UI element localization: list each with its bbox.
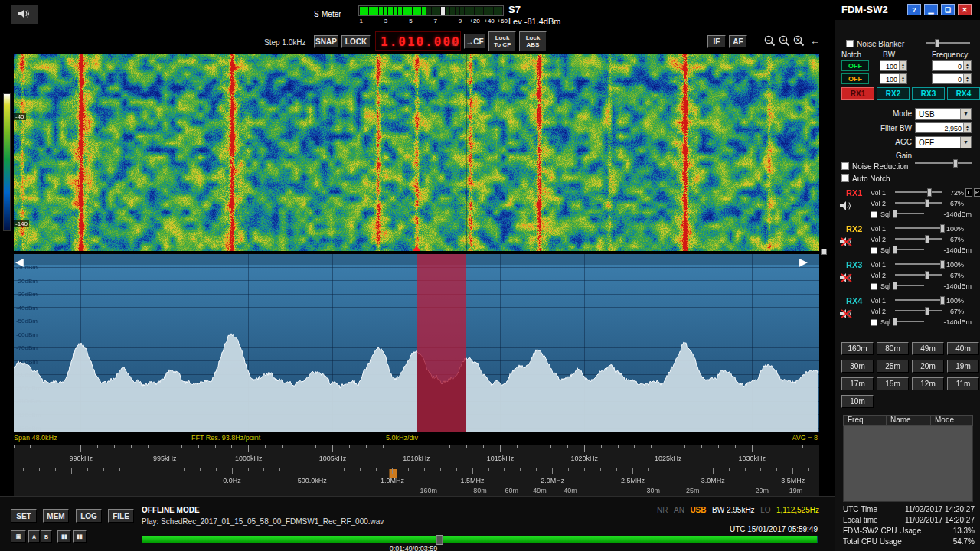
nr-status[interactable]: NR	[657, 506, 668, 514]
mute-button[interactable]	[11, 5, 38, 24]
left-channel-button[interactable]: L	[965, 188, 972, 197]
band-15m-button[interactable]: 15m	[877, 377, 909, 390]
vol2-slider[interactable]	[895, 271, 942, 279]
sql-checkbox[interactable]	[871, 211, 877, 218]
noise-reduction-checkbox[interactable]	[841, 162, 849, 170]
vol2-slider[interactable]	[895, 235, 942, 243]
playback-progress-bar[interactable]	[142, 536, 818, 543]
rx1-tab[interactable]: RX1	[841, 87, 874, 100]
band-80m-button[interactable]: 80m	[877, 342, 909, 355]
band-49m-button[interactable]: 49m	[912, 342, 944, 355]
band-30m-button[interactable]: 30m	[841, 360, 874, 373]
vol1-slider[interactable]	[895, 188, 942, 197]
notch-2-frequency-input[interactable]: 0▲▼	[932, 73, 972, 84]
notch-1-bw-input[interactable]: 100▲▼	[880, 60, 907, 71]
pause-button[interactable]: ▮▮	[57, 530, 71, 543]
help-button[interactable]: ?	[907, 4, 921, 15]
speaker-muted-icon[interactable]	[839, 308, 853, 319]
frequency-display[interactable]: 1.010.000 Hz	[375, 31, 461, 51]
move-to-cf-button[interactable]: →CF	[464, 34, 485, 49]
snap-button[interactable]: SNAP	[314, 35, 338, 48]
notch-1-frequency-input[interactable]: 0▲▼	[932, 60, 972, 71]
zoom-out-icon[interactable]: −	[764, 35, 776, 47]
auto-notch-checkbox[interactable]	[841, 174, 849, 182]
splitter-handle[interactable]	[821, 249, 827, 255]
sql-slider[interactable]	[895, 246, 924, 254]
sql-checkbox[interactable]	[871, 247, 877, 254]
spinner-arrows-icon[interactable]: ▲▼	[899, 61, 906, 70]
notch-2-bw-input[interactable]: 100▲▼	[880, 73, 907, 84]
maximize-button[interactable]: ❏	[941, 4, 955, 15]
notch-2-toggle-button[interactable]: OFF	[841, 73, 869, 84]
spinner-arrows-icon[interactable]: ▲▼	[963, 74, 971, 83]
speaker-icon[interactable]	[839, 201, 853, 211]
lock-button[interactable]: LOCK	[341, 35, 371, 48]
band-19m-button[interactable]: 19m	[947, 360, 979, 373]
vol2-slider[interactable]	[895, 199, 942, 207]
an-status[interactable]: AN	[674, 506, 684, 514]
band-11m-button[interactable]: 11m	[947, 377, 979, 390]
dropdown-arrow-icon[interactable]: ▼	[960, 137, 971, 148]
notch-1-toggle-button[interactable]: OFF	[841, 60, 869, 71]
rx2-tab[interactable]: RX2	[877, 87, 910, 100]
vol1-slider[interactable]	[895, 260, 942, 269]
progress-thumb[interactable]	[436, 535, 443, 545]
filter-bw-input[interactable]: 2,950▲▼	[915, 122, 972, 133]
sql-slider[interactable]	[895, 282, 924, 290]
stop-button[interactable]: ▮▮	[73, 530, 87, 543]
window-layout-button[interactable]: ▣	[11, 530, 26, 543]
agc-select[interactable]: OFF▼	[915, 136, 972, 148]
file-button[interactable]: FILE	[108, 509, 134, 523]
lock-to-cf-button[interactable]: Lock To CF	[488, 31, 516, 51]
vol1-slider[interactable]	[895, 296, 942, 305]
sql-checkbox[interactable]	[871, 283, 877, 290]
spectrum-display[interactable]	[14, 254, 819, 432]
waterfall-display[interactable]	[14, 54, 819, 251]
scroll-left-arrow[interactable]: ◀	[15, 256, 24, 268]
band-160m-button[interactable]: 160m	[841, 342, 874, 355]
band-20m-button[interactable]: 20m	[912, 360, 944, 373]
spinner-arrows-icon[interactable]: ▲▼	[899, 74, 906, 83]
band-10m-button[interactable]: 10m	[841, 395, 874, 408]
scroll-right-arrow[interactable]: ▶	[799, 256, 808, 268]
mode-select[interactable]: USB▼	[915, 108, 972, 120]
sql-slider[interactable]	[895, 210, 924, 218]
right-channel-button[interactable]: R	[974, 188, 980, 197]
dropdown-arrow-icon[interactable]: ▼	[960, 109, 971, 119]
sql-checkbox[interactable]	[871, 319, 877, 326]
band-17m-button[interactable]: 17m	[841, 377, 874, 390]
name-column-header[interactable]: Name	[887, 416, 931, 425]
vol2-slider[interactable]	[895, 307, 942, 315]
if-spectrum-button[interactable]: IF	[707, 35, 726, 48]
speaker-muted-icon[interactable]	[839, 236, 853, 247]
frequency-ruler-full[interactable]	[14, 468, 819, 496]
sql-slider[interactable]	[895, 318, 924, 326]
spinner-arrows-icon[interactable]: ▲▼	[963, 61, 971, 70]
speaker-muted-icon[interactable]	[839, 272, 853, 283]
memory-table-body[interactable]	[843, 426, 973, 502]
rx-b-button[interactable]: B	[41, 530, 52, 543]
af-spectrum-button[interactable]: AF	[729, 35, 747, 48]
noise-blanker-slider[interactable]	[926, 39, 970, 47]
band-25m-button[interactable]: 25m	[877, 360, 909, 373]
zoom-in-icon[interactable]: +	[779, 35, 791, 47]
band-40m-button[interactable]: 40m	[947, 342, 979, 355]
set-button[interactable]: SET	[11, 509, 37, 523]
freq-column-header[interactable]: Freq	[844, 416, 887, 425]
spinner-arrows-icon[interactable]: ▲▼	[963, 123, 971, 132]
minimize-button[interactable]: ▁	[924, 4, 938, 15]
zoom-clear-icon[interactable]: ✕	[793, 35, 805, 47]
rx-a-button[interactable]: A	[28, 530, 40, 543]
gain-slider[interactable]	[915, 159, 972, 168]
rx4-tab[interactable]: RX4	[947, 87, 980, 100]
noise-blanker-checkbox[interactable]	[846, 40, 854, 47]
lock-abs-button[interactable]: Lock ABS	[519, 31, 547, 51]
frequency-ruler-zoom[interactable]	[14, 445, 819, 468]
log-button[interactable]: LOG	[76, 509, 102, 523]
close-button[interactable]: ✕	[958, 4, 972, 15]
pan-left-icon[interactable]: ←	[810, 35, 820, 47]
mode-column-header[interactable]: Mode	[931, 416, 972, 425]
mem-button[interactable]: MEM	[43, 509, 69, 523]
vol1-slider[interactable]	[895, 224, 942, 233]
band-12m-button[interactable]: 12m	[912, 377, 944, 390]
